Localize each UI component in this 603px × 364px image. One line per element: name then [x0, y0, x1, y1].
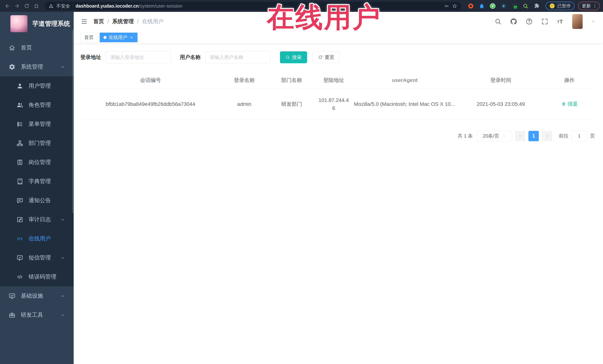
address-bar[interactable]: 不安全 dashboard.yudao.iocoder.cn/system/us…	[45, 2, 462, 10]
github-icon[interactable]	[510, 18, 517, 25]
refresh-icon[interactable]	[23, 2, 31, 10]
url-path: /system/user-session	[139, 3, 182, 9]
sidebar-item-system-management[interactable]: 系统管理	[0, 57, 74, 76]
pagination-total: 共 1 条	[458, 133, 473, 139]
org-tree-icon	[16, 140, 23, 147]
bookmark-star-icon[interactable]	[452, 3, 457, 9]
sidebar-item-sms-management[interactable]: 短信管理	[0, 248, 74, 267]
forward-icon[interactable]	[13, 2, 21, 10]
green-v-extension-icon[interactable]	[489, 3, 496, 10]
puzzle-extension-icon[interactable]	[533, 3, 540, 10]
sidebar-item-dict-management[interactable]: 字典管理	[0, 172, 74, 191]
font-size-icon[interactable]: TT	[557, 18, 564, 25]
sidebar-item-dept-management[interactable]: 部门管理	[0, 134, 74, 153]
profile-paused-badge[interactable]: 已暂停	[545, 2, 574, 10]
user-avatar[interactable]	[572, 14, 583, 29]
url-text: dashboard.yudao.iocoder.cn/system/user-s…	[76, 3, 441, 9]
sidebar-item-role-management[interactable]: 角色管理	[0, 95, 74, 115]
orange-ring-extension-icon[interactable]	[467, 3, 474, 10]
main-area: 首页 / 系统管理 / 在线用户 TT 首页	[74, 12, 603, 364]
browser-toolbar: 不安全 dashboard.yudao.iocoder.cn/system/us…	[0, 0, 603, 12]
dark-blue-extension-icon[interactable]	[500, 3, 507, 10]
sidebar-item-post-management[interactable]: 岗位管理	[0, 153, 74, 172]
filter-form: 登录地址 用户名称 搜索 重置	[80, 51, 595, 63]
reset-refresh-icon	[318, 55, 323, 60]
tab-close-icon[interactable]	[129, 35, 134, 39]
screen-on-extension-icon[interactable]	[511, 3, 518, 10]
announcement-icon	[16, 197, 23, 204]
col-login-time: 登录时间	[458, 72, 544, 89]
address-divider	[73, 3, 73, 8]
paused-badge-label: 已暂停	[557, 3, 571, 9]
search-button[interactable]: 搜索	[280, 51, 307, 63]
goto-label: 前往	[559, 133, 568, 139]
sidebar-item-label: 用户管理	[29, 82, 74, 90]
chevron-right-icon	[545, 134, 549, 138]
breadcrumb-home[interactable]: 首页	[93, 18, 104, 25]
browser-update-button[interactable]: 更新	[578, 2, 600, 10]
home-icon	[9, 44, 16, 51]
breadcrumb: 首页 / 系统管理 / 在线用户	[93, 18, 163, 25]
blue-drop-extension-icon[interactable]	[478, 3, 485, 10]
sidebar-item-infrastructure[interactable]: 基础设施	[0, 286, 74, 305]
not-secure-warning-icon[interactable]	[49, 3, 54, 9]
sidebar-item-notice[interactable]: 通知公告	[0, 191, 74, 210]
chevron-down-icon	[60, 312, 66, 318]
reset-button[interactable]: 重置	[313, 51, 340, 63]
green-lens-extension-icon[interactable]	[522, 3, 529, 10]
breadcrumb-separator: /	[107, 19, 109, 25]
chevron-down-icon	[60, 293, 66, 299]
search-button-label: 搜索	[292, 54, 302, 61]
sidebar-item-label: 岗位管理	[29, 158, 74, 166]
cell-login-time: 2021-05-03 23:05:49	[458, 89, 544, 120]
breadcrumb-system[interactable]: 系统管理	[112, 18, 134, 25]
sidebar-item-label: 短信管理	[29, 254, 60, 262]
tab-home[interactable]: 首页	[80, 33, 97, 42]
avatar-caret-down-icon[interactable]	[591, 19, 596, 24]
fullscreen-icon[interactable]	[541, 18, 548, 25]
sidebar-item-dev-tools[interactable]: 研发工具	[0, 305, 74, 325]
password-key-icon[interactable]	[444, 3, 449, 9]
cell-actions: 强退	[544, 89, 595, 120]
tab-online-users[interactable]: 在线用户	[100, 33, 138, 42]
goto-page-input[interactable]	[571, 131, 587, 141]
force-logout-button[interactable]: 强退	[561, 101, 578, 107]
help-icon[interactable]	[525, 18, 533, 25]
sidebar-item-menu-management[interactable]: 菜单管理	[0, 115, 74, 134]
page-size-select[interactable]: 20条/页	[477, 131, 512, 141]
back-icon[interactable]	[3, 2, 12, 10]
svg-text:T: T	[560, 19, 563, 24]
username-input[interactable]	[205, 51, 270, 63]
sidebar-item-online-users[interactable]: 在线用户	[0, 229, 74, 248]
sidebar-item-user-management[interactable]: 用户管理	[0, 76, 74, 95]
sidebar-item-home[interactable]: 首页	[0, 38, 74, 57]
browser-home-icon[interactable]	[32, 2, 40, 10]
cell-session-id: bfbb1ab79ba849e49fb26ddb56a73044	[80, 89, 220, 120]
monitor-icon	[9, 292, 16, 299]
sidebar-item-label: 基础设施	[21, 292, 60, 300]
chevron-up-icon	[60, 64, 66, 70]
next-page-button[interactable]	[542, 131, 552, 141]
hamburger-icon[interactable]	[80, 18, 88, 25]
sidebar-scrollbar[interactable]	[72, 30, 73, 213]
sidebar-item-label: 首页	[21, 44, 74, 52]
breadcrumb-separator: /	[137, 19, 139, 25]
sidebar-item-label: 系统管理	[21, 63, 60, 71]
pagination: 共 1 条 20条/页 1 前往 页	[80, 131, 595, 141]
current-page-button[interactable]: 1	[528, 131, 539, 141]
browser-menu-kebab-icon[interactable]	[592, 3, 597, 9]
users-icon	[16, 101, 23, 109]
tab-label: 首页	[84, 34, 93, 40]
login-address-input[interactable]	[105, 51, 171, 63]
prev-page-button[interactable]	[515, 131, 525, 141]
table-header-row: 会话编号 登录名称 部门名称 登陆地址 userAgent 登录时间 操作	[80, 72, 595, 89]
sidebar-item-audit-log[interactable]: 审计日志	[0, 210, 74, 229]
search-icon[interactable]	[494, 18, 502, 25]
chevron-down-icon	[60, 255, 66, 261]
svg-text:T: T	[557, 20, 559, 24]
update-button-label: 更新	[582, 3, 591, 9]
sms-icon	[16, 254, 23, 261]
sidebar-logo-row[interactable]: 芋道管理系统	[0, 12, 74, 36]
cell-user-agent: Mozilla/5.0 (Macintosh; Intel Mac OS X 1…	[352, 89, 458, 120]
sidebar-item-error-code[interactable]: 错误码管理	[0, 267, 74, 286]
